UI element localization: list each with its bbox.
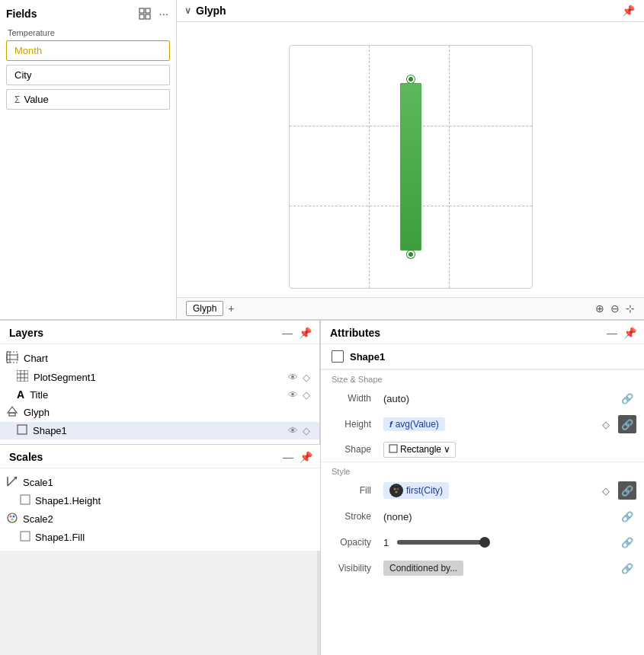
fields-grid-icon[interactable] xyxy=(137,7,152,21)
scale-item-scale1[interactable]: Scale1 xyxy=(0,473,320,492)
scales-title: Scales xyxy=(9,451,43,463)
zoom-in-icon[interactable]: ⊕ xyxy=(595,302,604,315)
attr-fill-clear-icon[interactable]: ◇ xyxy=(597,481,615,500)
scales-minimize-icon[interactable]: — xyxy=(283,451,293,463)
attr-shape-text: Rectangle xyxy=(400,444,441,455)
attr-stroke-link-icon[interactable]: 🔗 xyxy=(618,507,636,526)
attr-fill-pill: first(City) xyxy=(383,482,449,499)
field-item-month[interactable]: Month xyxy=(6,40,170,61)
layers-minimize-icon[interactable]: — xyxy=(282,327,293,339)
layer-shape1-label: Shape1 xyxy=(33,425,285,436)
attr-row-shape: Shape Rectangle ∨ xyxy=(321,437,644,462)
title-eye-icon[interactable]: 👁 xyxy=(288,389,298,401)
scale-item-shape1fill[interactable]: Shape1.Fill xyxy=(0,529,320,546)
layer-title-label: Title xyxy=(30,389,285,401)
scale2-label: Scale2 xyxy=(23,513,311,525)
attr-shape-name-row: Shape1 xyxy=(321,344,644,369)
fields-header: Fields ··· xyxy=(6,6,170,21)
attr-visibility-value: Conditioned by... xyxy=(383,561,612,576)
attributes-panel: Attributes — 📌 Shape1 Size & Shape Width… xyxy=(320,320,644,655)
attr-shape-select[interactable]: Rectangle ∨ xyxy=(383,442,456,458)
layers-pin-icon[interactable]: 📌 xyxy=(299,327,312,339)
attr-size-shape-label: Size & Shape xyxy=(321,370,644,385)
glyph-collapse-icon[interactable]: ∨ xyxy=(184,5,191,16)
glyph-add-icon[interactable]: + xyxy=(228,302,234,315)
attr-height-value: f avg(Value) xyxy=(383,417,591,431)
svg-point-26 xyxy=(394,488,396,490)
scale-item-scale2[interactable]: Scale2 xyxy=(0,510,320,529)
bottom-left: Layers — 📌 Chart xyxy=(0,320,320,655)
shape1-eye-icon[interactable]: 👁 xyxy=(288,425,298,436)
attr-opacity-text: 1 xyxy=(383,537,394,548)
svg-point-28 xyxy=(396,491,398,494)
zoom-reset-icon[interactable]: ⊹ xyxy=(626,302,635,315)
chart-icon xyxy=(6,351,18,366)
shape1-edit-icon[interactable]: ◇ xyxy=(303,425,310,436)
attr-visibility-cond-btn[interactable]: Conditioned by... xyxy=(383,561,463,576)
shape1height-icon xyxy=(20,494,30,507)
svg-rect-3 xyxy=(146,14,150,19)
attr-title: Attributes xyxy=(330,327,380,339)
attr-width-link-icon[interactable]: 🔗 xyxy=(618,389,636,407)
attr-opacity-icons: 🔗 xyxy=(618,533,636,551)
fields-header-icons: ··· xyxy=(137,6,170,21)
plotsegment1-eye-icon[interactable]: 👁 xyxy=(288,372,298,383)
layer-item-chart[interactable]: Chart xyxy=(0,349,319,368)
layer-item-glyph[interactable]: Glyph xyxy=(0,403,319,422)
svg-rect-6 xyxy=(7,352,18,363)
glyph-panel: ∨ Glyph 📌 Glyph xyxy=(177,0,644,320)
opacity-slider-thumb[interactable] xyxy=(479,537,490,548)
svg-rect-13 xyxy=(9,413,15,416)
svg-point-20 xyxy=(10,516,12,518)
attr-opacity-slider-group xyxy=(397,540,489,545)
scale1-label: Scale1 xyxy=(23,477,311,488)
scale-item-shape1height[interactable]: Shape1.Height xyxy=(0,492,320,510)
attr-fill-link-icon[interactable]: 🔗 xyxy=(618,481,636,500)
plotsegment1-edit-icon[interactable]: ◇ xyxy=(303,372,310,383)
attr-pin-icon[interactable]: 📌 xyxy=(623,327,636,339)
layer-item-shape1[interactable]: Shape1 👁 ◇ xyxy=(0,422,319,439)
attr-header-icons: — 📌 xyxy=(607,327,636,339)
svg-point-21 xyxy=(13,516,15,518)
glyph-pin-icon[interactable]: 📌 xyxy=(622,5,635,17)
attr-height-link-icon[interactable]: 🔗 xyxy=(618,415,636,433)
opacity-slider-track[interactable] xyxy=(397,540,489,545)
glyph-header: ∨ Glyph 📌 xyxy=(177,0,644,22)
field-item-value[interactable]: Σ Value xyxy=(6,89,170,110)
attr-minimize-icon[interactable]: — xyxy=(607,327,617,339)
attr-row-width: Width (auto) 🔗 xyxy=(321,385,644,411)
attr-opacity-link-icon[interactable]: 🔗 xyxy=(618,533,636,551)
grid-v-1 xyxy=(369,46,370,288)
scales-header: Scales — 📌 xyxy=(0,445,320,468)
fields-more-icon[interactable]: ··· xyxy=(157,6,170,21)
title-edit-icon[interactable]: ◇ xyxy=(303,389,310,401)
fields-panel: Fields ··· Temperature Month City xyxy=(0,0,177,320)
chevron-down-icon: ∨ xyxy=(444,444,450,455)
rect-layer-icon xyxy=(17,424,27,437)
attr-visibility-link-icon[interactable]: 🔗 xyxy=(618,559,636,577)
attr-stroke-label: Stroke xyxy=(332,511,377,522)
layers-header-icons: — 📌 xyxy=(282,327,312,339)
attr-height-clear-icon[interactable]: ◇ xyxy=(597,415,615,433)
shape1height-label: Shape1.Height xyxy=(35,495,311,506)
layer-item-plotsegment1[interactable]: PlotSegment1 👁 ◇ xyxy=(0,368,319,386)
layer-tree: Chart PlotSegment1 xyxy=(0,344,319,444)
scales-pin-icon[interactable]: 📌 xyxy=(300,451,312,463)
shape-rect-small-icon xyxy=(389,444,398,455)
shape1fill-icon xyxy=(20,531,30,544)
zoom-out-icon[interactable]: ⊖ xyxy=(610,302,620,315)
attr-width-icons: 🔗 xyxy=(618,389,636,407)
glyph-layer-icon xyxy=(6,405,18,420)
attr-stroke-text: (none) xyxy=(383,511,412,522)
glyph-toolbar: Glyph + ⊕ ⊖ ⊹ xyxy=(177,297,644,319)
field-month-label: Month xyxy=(14,45,42,56)
layer-item-title[interactable]: A Title 👁 ◇ xyxy=(0,386,319,403)
field-city-label: City xyxy=(14,69,31,81)
svg-rect-5 xyxy=(7,355,18,359)
field-item-city[interactable]: City xyxy=(6,65,170,85)
grid-icon xyxy=(17,370,28,384)
attr-shape-name-label: Shape1 xyxy=(350,351,385,363)
glyph-tab[interactable]: Glyph xyxy=(186,301,223,316)
layer-plotsegment1-label: PlotSegment1 xyxy=(34,372,285,383)
attr-opacity-value: 1 xyxy=(383,537,612,548)
